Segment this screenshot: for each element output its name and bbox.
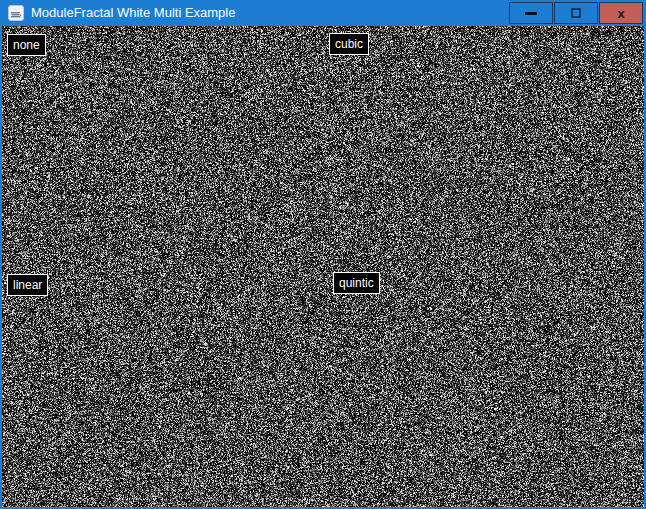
interp-label-linear: linear (7, 274, 48, 296)
interp-label-quintic: quintic (333, 272, 380, 294)
maximize-square-outline-icon (571, 8, 581, 18)
titlebar[interactable]: ModuleFractal White Multi Example x (0, 0, 646, 26)
app-window: ModuleFractal White Multi Example x none… (0, 0, 646, 509)
noise-viewport: nonecubiclinearquintic (2, 26, 644, 507)
maximize-button[interactable] (554, 2, 598, 24)
titlebar-buttons: x (509, 2, 643, 24)
java-coffee-cup-icon (8, 5, 24, 21)
minimize-button[interactable] (509, 2, 553, 24)
white-noise-image (2, 26, 644, 507)
window-title: ModuleFractal White Multi Example (31, 0, 509, 26)
close-button[interactable]: x (599, 2, 643, 24)
close-x-icon: x (617, 7, 624, 20)
interp-label-cubic: cubic (329, 33, 369, 55)
minimize-dash-icon (525, 12, 537, 15)
interp-label-none: none (7, 34, 46, 56)
